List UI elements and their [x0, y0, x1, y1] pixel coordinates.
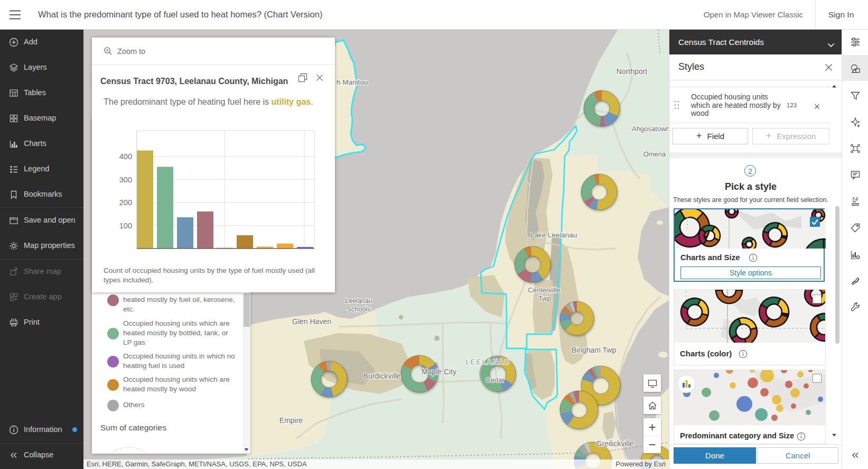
svg-text:h Manitou: h Manitou [337, 78, 368, 86]
svg-text:400: 400 [119, 152, 132, 161]
svg-text:LEELANAU: LEELANAU [465, 358, 510, 366]
svg-text:Maple City: Maple City [422, 367, 456, 376]
svg-text:Schools: Schools [347, 306, 370, 313]
svg-text:Ahgosatown: Ahgosatown [632, 125, 669, 133]
svg-text:200: 200 [119, 198, 132, 207]
svg-text:300: 300 [119, 176, 132, 184]
svg-text:Bingham Twp: Bingham Twp [572, 346, 617, 354]
svg-text:Cedar: Cedar [486, 376, 505, 384]
svg-text:Centerville: Centerville [528, 286, 560, 294]
svg-text:Omena: Omena [643, 150, 666, 158]
svg-text:Lake Leelanau: Lake Leelanau [530, 231, 577, 239]
svg-text:Twp: Twp [538, 295, 551, 302]
svg-text:Glen Haven: Glen Haven [292, 317, 331, 326]
svg-text:Northport: Northport [617, 67, 647, 76]
svg-text:Empire: Empire [279, 416, 303, 425]
svg-text:100: 100 [119, 222, 132, 230]
svg-text:Leelanau: Leelanau [345, 297, 372, 305]
svg-text:Greilickville: Greilickville [596, 439, 634, 448]
svg-text:Burdickville: Burdickville [363, 372, 401, 380]
